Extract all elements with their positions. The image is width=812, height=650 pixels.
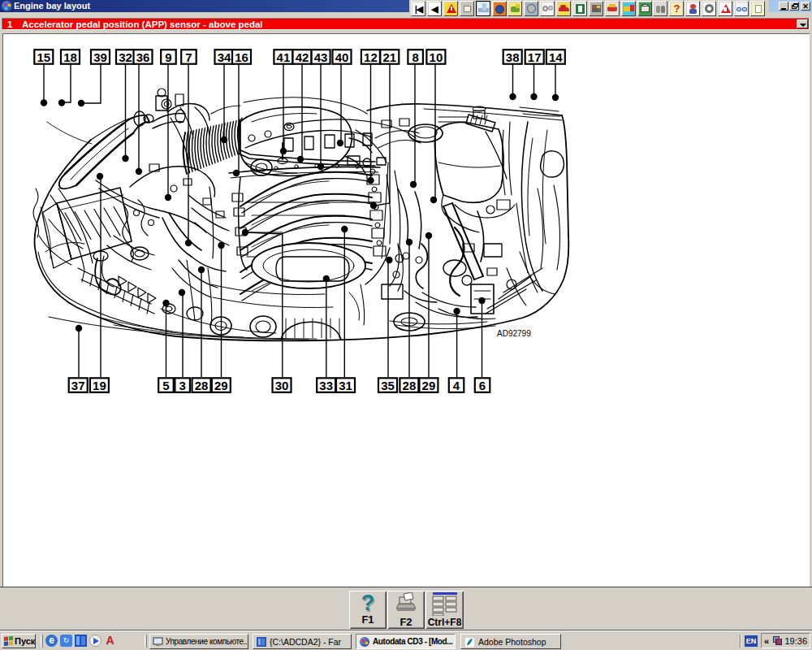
- svg-text:35: 35: [381, 379, 395, 392]
- svg-text:32: 32: [119, 50, 132, 64]
- svg-text:41: 41: [277, 50, 291, 64]
- svg-text:16: 16: [235, 50, 248, 64]
- svg-text:9: 9: [165, 50, 171, 64]
- svg-text:31: 31: [339, 379, 352, 392]
- svg-text:29: 29: [422, 379, 436, 392]
- svg-text:21: 21: [382, 50, 396, 64]
- svg-text:6: 6: [479, 379, 486, 392]
- svg-text:19: 19: [93, 379, 106, 392]
- svg-text:33: 33: [319, 379, 333, 392]
- svg-text:12: 12: [364, 50, 378, 64]
- svg-text:3: 3: [179, 379, 186, 392]
- svg-text:37: 37: [71, 379, 85, 392]
- svg-text:17: 17: [528, 50, 542, 64]
- svg-text:39: 39: [93, 50, 107, 64]
- svg-text:15: 15: [37, 50, 50, 64]
- svg-text:10: 10: [430, 50, 443, 64]
- svg-text:18: 18: [63, 50, 77, 64]
- svg-text:5: 5: [162, 379, 169, 392]
- svg-text:29: 29: [214, 379, 228, 392]
- svg-text:28: 28: [403, 379, 417, 392]
- svg-text:8: 8: [412, 50, 419, 64]
- svg-text:34: 34: [218, 50, 231, 64]
- svg-text:42: 42: [296, 50, 309, 64]
- svg-text:AD92799: AD92799: [497, 329, 531, 338]
- svg-text:40: 40: [335, 50, 349, 64]
- svg-text:43: 43: [314, 50, 328, 64]
- svg-text:28: 28: [195, 379, 209, 392]
- svg-text:36: 36: [136, 50, 150, 64]
- svg-text:38: 38: [506, 50, 520, 64]
- svg-text:7: 7: [185, 50, 192, 64]
- svg-text:14: 14: [549, 50, 563, 64]
- svg-text:30: 30: [275, 379, 289, 392]
- svg-text:4: 4: [453, 379, 460, 392]
